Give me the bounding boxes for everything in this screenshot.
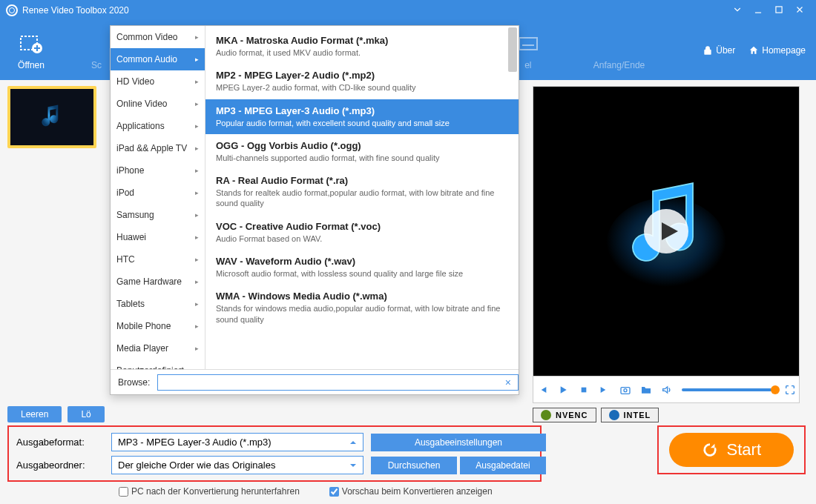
clear-button[interactable]: Leeren	[7, 406, 62, 422]
next-icon[interactable]	[599, 384, 611, 396]
folder-icon[interactable]	[640, 384, 652, 396]
snapshot-icon[interactable]	[619, 384, 631, 396]
menu-icon[interactable]	[727, 4, 748, 17]
play-icon[interactable]	[557, 384, 569, 396]
start-button[interactable]: Start	[669, 433, 794, 467]
format-category-item[interactable]: Tablets▸	[111, 293, 205, 315]
fullscreen-icon[interactable]	[784, 384, 796, 396]
format-category-item[interactable]: Samsung▸	[111, 204, 205, 226]
scrollbar[interactable]	[508, 27, 517, 72]
output-file-button[interactable]: Ausgabedatei	[460, 457, 546, 474]
format-picker-panel: Common Video▸Common Audio▸HD Video▸Onlin…	[110, 25, 519, 395]
preview-panel	[533, 86, 800, 377]
prev-icon[interactable]	[536, 384, 548, 396]
intel-badge[interactable]: INTEL	[601, 408, 659, 422]
app-title: Renee Video Toolbox 2020	[22, 5, 129, 16]
output-settings-button[interactable]: Ausgabeeinstellungen	[371, 434, 546, 451]
delete-button[interactable]: Lö	[68, 406, 104, 422]
format-label: Ausgabeformat:	[16, 437, 104, 448]
folder-label: Ausgabeordner:	[16, 460, 104, 471]
format-category-item[interactable]: HTC▸	[111, 248, 205, 271]
play-overlay-icon[interactable]	[642, 208, 690, 255]
format-item[interactable]: VOC - Creative Audio Format (*.voc)Audio…	[205, 215, 519, 250]
svg-rect-8	[621, 387, 630, 394]
homepage-link[interactable]: Homepage	[748, 45, 806, 56]
format-item[interactable]: WAV - Waveform Audio (*.wav)Microsoft au…	[205, 250, 519, 285]
format-item[interactable]: RA - Real Audio Format (*.ra)Stands for …	[205, 169, 519, 215]
svg-point-9	[624, 388, 627, 391]
svg-rect-7	[582, 387, 587, 392]
refresh-icon	[702, 442, 718, 458]
maximize-icon[interactable]	[769, 4, 789, 17]
close-icon[interactable]	[789, 4, 810, 17]
format-category-item[interactable]: HD Video▸	[111, 70, 205, 93]
format-category-item[interactable]: iPhone▸	[111, 159, 205, 182]
format-category-item[interactable]: Huawei▸	[111, 226, 205, 248]
format-category-item[interactable]: iPod▸	[111, 182, 205, 204]
browse-folder-button[interactable]: Durchsuchen	[371, 457, 457, 474]
format-dropdown[interactable]: MP3 - MPEG Layer-3 Audio (*.mp3)	[111, 433, 363, 451]
browse-input[interactable]	[157, 374, 518, 391]
format-browse-row: Browse: ×	[111, 369, 519, 394]
about-link[interactable]: Über	[703, 45, 735, 56]
format-category-item[interactable]: Common Video▸	[111, 26, 205, 48]
trim-button[interactable]: Anfang/Ende	[593, 30, 645, 70]
svg-rect-0	[776, 6, 782, 12]
format-category-item[interactable]: Game Hardware▸	[111, 271, 205, 293]
open-button[interactable]: Öffnen	[10, 30, 52, 70]
format-item[interactable]: MKA - Matroska Audio Format (*.mka)Audio…	[205, 29, 519, 64]
start-box: Start	[657, 425, 806, 474]
format-item[interactable]: MP3 - MPEG Layer-3 Audio (*.mp3)Popular …	[205, 99, 519, 134]
preview-checkbox[interactable]: Vorschau beim Konvertieren anzeigen	[329, 486, 493, 497]
shutdown-checkbox[interactable]: PC nach der Konvertierung herunterfahren	[119, 486, 300, 497]
file-thumbnail[interactable]	[7, 86, 96, 148]
browse-label: Browse:	[118, 377, 150, 388]
format-categories: Common Video▸Common Audio▸HD Video▸Onlin…	[111, 26, 205, 394]
format-item[interactable]: OGG - Ogg Vorbis Audio (*.ogg)Multi-chan…	[205, 134, 519, 169]
volume-icon[interactable]	[661, 384, 673, 396]
player-controls	[533, 377, 800, 403]
minimize-icon[interactable]	[748, 4, 769, 17]
format-item[interactable]: WMA - Windows Media Audio (*.wma)Stands …	[205, 285, 519, 331]
film-add-icon	[18, 30, 45, 57]
svg-rect-3	[519, 38, 537, 50]
stop-icon[interactable]	[578, 384, 590, 396]
output-settings-box: Ausgabeformat: MP3 - MPEG Layer-3 Audio …	[7, 425, 542, 482]
format-category-item[interactable]: Applications▸	[111, 115, 205, 137]
titlebar: Renee Video Toolbox 2020	[0, 0, 816, 21]
format-category-item[interactable]: Common Audio▸	[111, 48, 205, 70]
format-category-item[interactable]: iPad && Apple TV▸	[111, 137, 205, 159]
format-list: MKA - Matroska Audio Format (*.mka)Audio…	[205, 26, 519, 394]
app-logo-icon	[6, 4, 18, 16]
nvenc-badge[interactable]: NVENC	[533, 408, 596, 422]
clear-browse-icon[interactable]: ×	[505, 377, 511, 388]
format-category-item[interactable]: Online Video▸	[111, 93, 205, 115]
folder-dropdown[interactable]: Der gleiche Order wie das Originales	[111, 456, 363, 474]
format-category-item[interactable]: Media Player▸	[111, 337, 205, 359]
volume-slider[interactable]	[682, 388, 775, 391]
format-item[interactable]: MP2 - MPEG Layer-2 Audio (*.mp2)MPEG Lay…	[205, 64, 519, 99]
format-category-item[interactable]: Mobile Phone▸	[111, 315, 205, 337]
open-label: Öffnen	[18, 60, 45, 70]
